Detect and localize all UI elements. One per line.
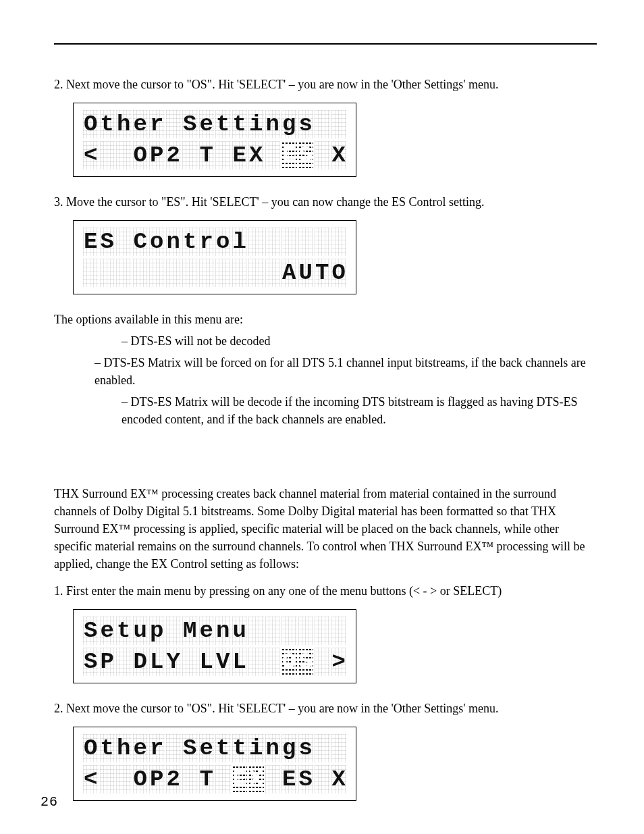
lcd-cell: [166, 617, 182, 645]
lcd-cell: 2: [166, 141, 182, 170]
step-1: 1. First enter the main menu by pressing…: [54, 582, 597, 600]
lcd-cell: [315, 648, 330, 676]
lcd-cell: [315, 617, 330, 645]
lcd-row: <OP2TEXESX: [83, 765, 346, 793]
section-gap: [54, 438, 597, 485]
lcd-cell: [100, 141, 115, 170]
lcd-cell: n: [215, 617, 231, 645]
option-off: – DTS-ES will not be decoded: [54, 332, 597, 350]
lcd-cell: P: [100, 648, 115, 676]
lcd-cell: E: [281, 141, 297, 170]
lcd-cell: L: [199, 648, 215, 676]
lcd-cell: T: [199, 765, 215, 793]
lcd-cell: [331, 617, 347, 645]
option-auto: – DTS-ES Matrix will be decode if the in…: [54, 393, 597, 428]
lcd-cell: h: [116, 734, 132, 762]
lcd-cell: [298, 617, 314, 645]
lcd-cell: n: [166, 228, 182, 256]
lcd-cell: [331, 228, 347, 256]
lcd-cell: <: [83, 765, 99, 793]
lcd-other-settings-es: OtherSettings<OP2TEXESX: [73, 103, 597, 177]
lcd-cell: i: [248, 734, 264, 762]
lcd-cell: [182, 141, 198, 170]
lcd-cell: [116, 259, 132, 287]
lcd-cell: o: [149, 228, 165, 256]
lcd-cell: r: [149, 110, 165, 138]
lcd-cell: [315, 141, 330, 170]
lcd-cell: Y: [166, 648, 182, 676]
lcd-cell: 2: [166, 765, 182, 793]
lcd-cell: t: [215, 734, 231, 762]
lcd-cell: [265, 141, 281, 170]
thx-paragraph: THX Surround EX™ processing creates back…: [54, 485, 597, 573]
lcd-cell: [116, 141, 132, 170]
lcd-cell: <: [83, 141, 99, 170]
lcd-cell: i: [248, 110, 264, 138]
lcd-cell: S: [298, 765, 314, 793]
lcd-cell: [315, 765, 330, 793]
lcd-cell: [116, 648, 132, 676]
lcd-cell: X: [248, 141, 264, 170]
lcd-cell: E: [83, 228, 99, 256]
lcd-cell: r: [149, 734, 165, 762]
lcd-cell: [215, 141, 231, 170]
lcd-cell: P: [149, 141, 165, 170]
lcd-cell: X: [331, 141, 347, 170]
lcd-cell: l: [232, 228, 248, 256]
lcd-cell: [265, 765, 281, 793]
option-on: – DTS-ES Matrix will be forced on for al…: [54, 354, 597, 389]
page-number: 26: [41, 794, 58, 810]
lcd-cell: S: [182, 110, 198, 138]
lcd-cell: t: [232, 110, 248, 138]
lcd-cell: [199, 259, 215, 287]
lcd-cell: S: [298, 141, 314, 170]
lcd-cell: g: [281, 110, 297, 138]
lcd-cell: [265, 259, 281, 287]
lcd-cell: s: [298, 110, 314, 138]
step-2a: 2. Next move the cursor to "OS". Hit 'SE…: [54, 76, 597, 93]
lcd-cell: [182, 259, 198, 287]
lcd-cell: [100, 259, 115, 287]
lcd-cell: D: [133, 648, 149, 676]
lcd-cell: t: [215, 110, 231, 138]
lcd-cell: t: [182, 228, 198, 256]
lcd-cell: U: [298, 259, 314, 287]
lcd-cell: >: [331, 648, 347, 676]
lcd-cell: P: [149, 765, 165, 793]
lcd-row: SetupMenu: [83, 617, 346, 645]
lcd-cell: M: [182, 617, 198, 645]
step-2b: 2. Next move the cursor to "OS". Hit 'SE…: [54, 700, 597, 717]
lcd-cell: [166, 110, 182, 138]
lcd-cell: [248, 648, 264, 676]
lcd-cell: X: [331, 765, 347, 793]
lcd-cell: [265, 648, 281, 676]
lcd-setup-menu: SetupMenuSPDLYLVLOS>: [73, 609, 597, 683]
lcd-cell: [116, 228, 132, 256]
options-intro: The options available in this menu are:: [54, 311, 597, 328]
manual-page: 2. Next move the cursor to "OS". Hit 'SE…: [0, 0, 644, 834]
lcd-cell: [265, 228, 281, 256]
lcd-row: SPDLYLVLOS>: [83, 648, 346, 676]
lcd-cell: [331, 734, 347, 762]
lcd-cell: e: [199, 617, 215, 645]
lcd-cell: s: [298, 734, 314, 762]
lcd-cell: o: [215, 228, 231, 256]
step-3: 3. Move the cursor to "ES". Hit 'SELECT'…: [54, 193, 597, 211]
lcd-cell: [215, 259, 231, 287]
lcd-cell: O: [331, 259, 347, 287]
lcd-row: OtherSettings: [83, 110, 346, 138]
lcd-cell: [215, 765, 231, 793]
lcd-cell: r: [199, 228, 215, 256]
lcd-cell: [315, 734, 330, 762]
lcd-other-settings-ex: OtherSettings<OP2TEXESX: [73, 727, 597, 801]
lcd-cell: h: [116, 110, 132, 138]
lcd-cell: O: [83, 110, 99, 138]
lcd-cell: [331, 110, 347, 138]
lcd-cell: n: [265, 110, 281, 138]
lcd-cell: e: [199, 110, 215, 138]
lcd-cell: [248, 228, 264, 256]
lcd-cell: [83, 259, 99, 287]
lcd-cell: [281, 617, 297, 645]
lcd-cell: t: [100, 110, 115, 138]
lcd-cell: t: [100, 734, 115, 762]
